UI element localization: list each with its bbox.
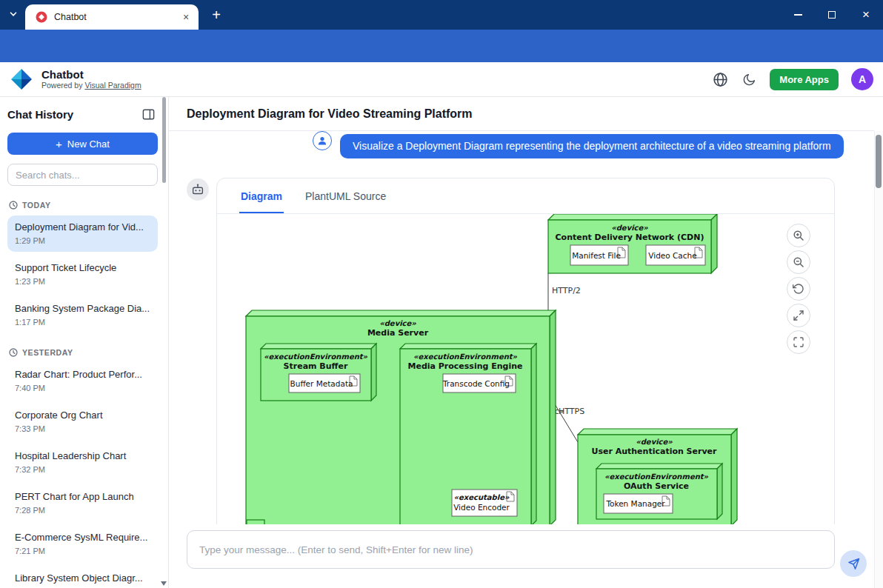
- chevron-down-icon: [9, 8, 18, 21]
- browser-tab[interactable]: Chatbot ×: [25, 4, 199, 30]
- language-button[interactable]: [712, 71, 728, 87]
- edge-label-http2: HTTP/2: [552, 286, 581, 295]
- tab-search-button[interactable]: [5, 7, 21, 23]
- new-tab-button[interactable]: +: [207, 6, 225, 24]
- plus-icon: +: [56, 138, 62, 150]
- chat-item-title: E-Commerce SysML Require...: [15, 532, 150, 543]
- user-message-avatar: [313, 131, 332, 150]
- person-icon: [317, 136, 327, 146]
- sidebar-collapse-button[interactable]: [140, 106, 156, 122]
- chat-history-item[interactable]: Deployment Diagram for Vid... 1:29 PM: [7, 216, 158, 252]
- svg-text:Media Processing Engine: Media Processing Engine: [407, 361, 522, 371]
- section-header-today: TODAY: [9, 201, 158, 210]
- artifact-video-cache: Video Cache: [646, 245, 705, 265]
- svg-text:Transcode Config: Transcode Config: [442, 379, 510, 388]
- user-message-bubble: Visualize a Deployment Diagram represent…: [340, 134, 844, 158]
- send-button[interactable]: [840, 550, 867, 577]
- paper-plane-icon: [847, 558, 860, 570]
- chat-item-time: 7:33 PM: [15, 424, 150, 434]
- window-close-button[interactable]: ×: [849, 0, 883, 30]
- zoom-in-button[interactable]: [787, 224, 810, 247]
- chat-item-time: 7:21 PM: [15, 547, 150, 556]
- artifact-video-encoder: «executable» Video Encoder: [452, 490, 517, 516]
- chat-item-time: 1:17 PM: [15, 318, 150, 327]
- window-maximize-button[interactable]: [815, 0, 849, 30]
- media-processing-engine-environment: «executionEnvironment» Media Processing …: [400, 344, 536, 526]
- powered-by-link[interactable]: Visual Paradigm: [84, 81, 141, 90]
- chat-history-item[interactable]: Hospital Leadership Chart 7:32 PM: [7, 444, 158, 481]
- svg-text:«executionEnvironment»: «executionEnvironment»: [264, 353, 368, 361]
- chat-history-item[interactable]: PERT Chart for App Launch 7:28 PM: [7, 485, 158, 521]
- diagram-zoom-toolbar: [787, 224, 810, 354]
- zoom-out-button[interactable]: [787, 250, 810, 274]
- auth-server-node: «device» User Authentication Server «exe…: [578, 429, 737, 526]
- clock-icon: [9, 201, 18, 210]
- window-minimize-button[interactable]: [781, 0, 815, 30]
- chat-item-time: 7:32 PM: [15, 465, 150, 475]
- user-account-avatar[interactable]: A: [851, 68, 873, 90]
- svg-text:«executionEnvironment»: «executionEnvironment»: [604, 472, 709, 481]
- chat-item-title: Radar Chart: Product Perfor...: [15, 369, 150, 380]
- visual-paradigm-logo: [9, 67, 34, 92]
- tab-strip: Chatbot × + ×: [0, 0, 883, 30]
- chat-item-time: 1:29 PM: [15, 236, 150, 246]
- chat-item-title: Library System Object Diagr...: [15, 572, 150, 584]
- minimize-icon: [794, 14, 802, 16]
- search-chats-input[interactable]: [7, 164, 158, 186]
- more-apps-button[interactable]: More Apps: [770, 69, 839, 90]
- diagram-canvas: HTTP/2 HTTPS «deployment spec» «device» …: [217, 214, 834, 526]
- chat-item-title: Corporate Org Chart: [15, 410, 150, 421]
- reset-view-button[interactable]: [787, 277, 810, 301]
- dark-mode-button[interactable]: [741, 71, 757, 87]
- chat-history-item[interactable]: Support Ticket Lifecycle 1:23 PM: [7, 256, 158, 293]
- app-name: Chatbot: [41, 68, 141, 81]
- artifact-manifest-file: Manifest File: [570, 245, 628, 265]
- chat-history-item[interactable]: Library System Object Diagr... 7:15 PM: [7, 567, 158, 588]
- tab-diagram[interactable]: Diagram: [239, 178, 284, 213]
- svg-text:Content Delivery Network (CDN): Content Delivery Network (CDN): [556, 233, 704, 242]
- sidebar-scrollbar-thumb[interactable]: [162, 97, 166, 183]
- fullscreen-button[interactable]: [787, 330, 810, 354]
- svg-text:Video Encoder: Video Encoder: [453, 503, 510, 512]
- chat-history-sidebar: Chat History + New Chat TODAY Deployment…: [0, 97, 169, 588]
- chat-item-title: Support Ticket Lifecycle: [15, 262, 150, 273]
- artifact-token-manager: Token Manager: [604, 494, 673, 513]
- main-scrollbar-track[interactable]: [874, 131, 883, 588]
- globe-icon: [713, 72, 728, 87]
- clock-icon: [9, 348, 18, 357]
- corner-frame-icon: [793, 336, 804, 348]
- svg-text:«executable»: «executable»: [454, 493, 510, 501]
- svg-text:«device»: «device»: [636, 438, 673, 446]
- message-input-bar: [169, 524, 874, 588]
- chat-history-item[interactable]: Radar Chart: Product Perfor... 7:40 PM: [7, 363, 158, 399]
- new-chat-button[interactable]: + New Chat: [7, 133, 158, 155]
- conversation-title-bar: Deployment Diagram for Video Streaming P…: [169, 97, 874, 131]
- tab-plantuml-source[interactable]: PlantUML Source: [304, 178, 387, 213]
- zoom-in-icon: [793, 230, 804, 241]
- zoom-out-icon: [793, 256, 804, 268]
- artifact-buffer-metadata: Buffer Metadata: [289, 374, 360, 392]
- message-input[interactable]: [187, 530, 835, 569]
- svg-text:«device»: «device»: [611, 224, 648, 232]
- svg-text:«device»: «device»: [379, 319, 416, 327]
- chat-history-item[interactable]: Corporate Org Chart 7:33 PM: [7, 404, 158, 440]
- chat-item-time: 1:23 PM: [15, 277, 150, 287]
- fit-view-button[interactable]: [787, 304, 810, 327]
- sidebar-scroll-down-icon[interactable]: [161, 581, 167, 586]
- chat-history-item[interactable]: Banking System Package Dia... 1:17 PM: [7, 297, 158, 333]
- tab-close-icon[interactable]: ×: [179, 10, 193, 24]
- svg-text:Token Manager: Token Manager: [605, 499, 665, 508]
- tab-title: Chatbot: [54, 12, 179, 22]
- media-server-node: «device» Media Server «executionEnvironm…: [246, 310, 556, 526]
- robot-icon: [190, 182, 205, 197]
- artifact-transcode-config: Transcode Config: [442, 374, 516, 392]
- browser-window: Chatbot × + × ai-toolbox.visual-paradigm…: [0, 0, 883, 588]
- svg-text:Buffer Metadata: Buffer Metadata: [290, 379, 353, 388]
- oauth-service-environment: «executionEnvironment» OAuth Service Tok…: [596, 464, 722, 519]
- chat-item-time: 7:40 PM: [15, 384, 150, 393]
- main-scrollbar-thumb[interactable]: [876, 135, 882, 188]
- tab-favicon-icon: [36, 11, 47, 23]
- svg-text:OAuth Service: OAuth Service: [624, 481, 689, 491]
- app-titles: Chatbot Powered by Visual Paradigm: [41, 68, 141, 90]
- chat-history-item[interactable]: E-Commerce SysML Require... 7:21 PM: [7, 526, 158, 562]
